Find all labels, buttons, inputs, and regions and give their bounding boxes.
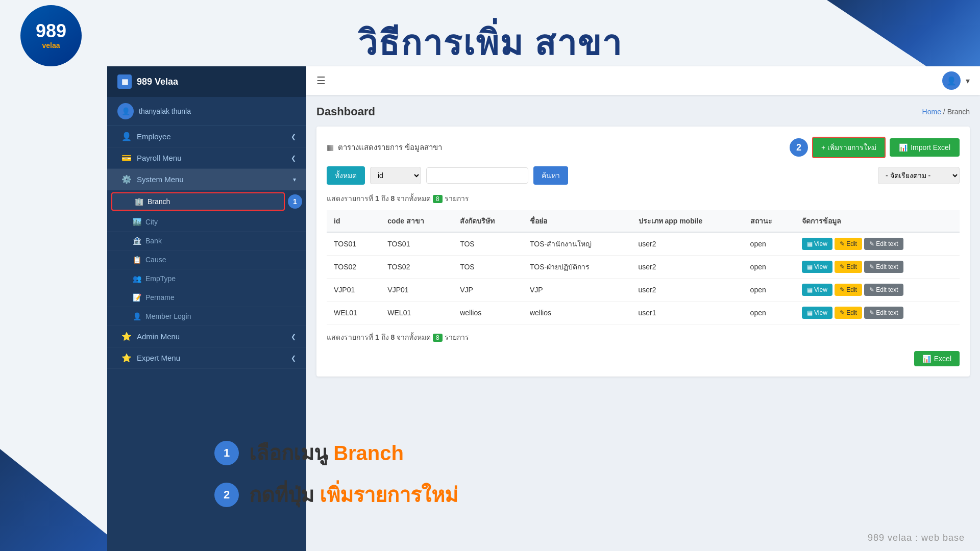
instr-text-1: เลือกเมนู Branch xyxy=(249,437,404,469)
view-button[interactable]: ▦ View xyxy=(802,261,832,273)
branch-icon: 🏢 xyxy=(135,197,143,206)
sidebar-item-city[interactable]: 🏙️ City xyxy=(107,213,306,232)
cell-status: open xyxy=(743,302,795,324)
sidebar-item-emptype-label: EmpType xyxy=(145,274,176,283)
sidebar-item-employee[interactable]: 👤 Employee ❮ xyxy=(107,126,306,147)
col-id: id xyxy=(327,210,380,232)
sidebar-item-admin-label: Admin Menu xyxy=(137,332,180,341)
edit-button[interactable]: ✎ Edit xyxy=(835,307,862,319)
view-button[interactable]: ▦ View xyxy=(802,284,832,296)
cell-status: open xyxy=(743,279,795,302)
col-apptype: ประเภท app mobile xyxy=(631,210,743,232)
action-buttons: ▦ View ✎ Edit ✎ Edit text xyxy=(802,307,952,319)
card-header: ▦ ตารางแสดงรายการ ข้อมูลสาขา 2 + เพิ่มรา… xyxy=(327,137,960,158)
result2-mid: ถึง xyxy=(381,333,391,341)
system-arrow: ▾ xyxy=(293,176,296,183)
edit-button[interactable]: ✎ Edit xyxy=(835,284,862,296)
sidebar-item-branch[interactable]: 🏢 Branch xyxy=(111,192,285,211)
watermark: 989 velaa : web base xyxy=(868,533,965,543)
result-unit: รายการ xyxy=(445,194,469,203)
topbar-right: 👤 ▾ xyxy=(942,71,970,90)
import-excel-button[interactable]: 📊 Import Excel xyxy=(890,138,960,157)
topbar-dropdown-arrow[interactable]: ▾ xyxy=(966,76,970,86)
result2-separator: จากทั้งหมด xyxy=(397,333,433,341)
hamburger-icon[interactable]: ☰ xyxy=(316,74,326,87)
page-header: Dashboard Home / Branch xyxy=(316,105,970,118)
card-title: ▦ ตารางแสดงรายการ ข้อมูลสาขา xyxy=(327,141,442,154)
instruction-1: 1 เลือกเมนู Branch xyxy=(214,437,980,469)
cell-status: open xyxy=(743,232,795,256)
pername-icon: 📝 xyxy=(133,293,141,302)
edit-button[interactable]: ✎ Edit xyxy=(835,238,862,250)
field-select[interactable]: id code name xyxy=(370,167,421,184)
cell-shortname: TOS-ฝ่ายปฏิบัติการ xyxy=(523,256,631,279)
instr-2-highlight: เพิ่มรายการใหม่ xyxy=(320,484,458,506)
cell-id: VJP01 xyxy=(327,279,380,302)
sidebar-item-bank[interactable]: 🏦 Bank xyxy=(107,232,306,251)
cell-actions: ▦ View ✎ Edit ✎ Edit text xyxy=(795,256,960,279)
cell-apptype: user2 xyxy=(631,256,743,279)
sidebar-item-pername[interactable]: 📝 Pername xyxy=(107,288,306,307)
edit-text-button[interactable]: ✎ Edit text xyxy=(864,261,903,273)
cell-company: VJP xyxy=(453,279,523,302)
sidebar-item-pername-label: Pername xyxy=(145,293,175,302)
table-header-row: id code สาขา สังกัดบริษัท ชื่อย่อ ประเภท… xyxy=(327,210,960,232)
topbar-user-button[interactable]: 👤 xyxy=(942,71,961,90)
breadcrumb-home[interactable]: Home xyxy=(922,108,941,116)
add-new-button[interactable]: + เพิ่มรายการใหม่ xyxy=(812,137,886,158)
result2-text-pre: แสดงรายการที่ xyxy=(327,333,373,341)
member-icon: 👤 xyxy=(133,312,141,320)
sidebar-item-member-login[interactable]: 👤 Member Login xyxy=(107,307,306,326)
import-excel-label: Import Excel xyxy=(911,143,950,152)
cell-shortname: wellios xyxy=(523,302,631,324)
view-button[interactable]: ▦ View xyxy=(802,238,832,250)
sidebar-item-cause[interactable]: 📋 Cause xyxy=(107,251,306,269)
instr-badge-2: 2 xyxy=(214,483,239,507)
view-button[interactable]: ▦ View xyxy=(802,307,832,319)
action-buttons: ▦ View ✎ Edit ✎ Edit text xyxy=(802,238,952,250)
cell-id: TOS02 xyxy=(327,256,380,279)
all-button[interactable]: ทั้งหมด xyxy=(327,166,365,185)
sidebar-item-admin[interactable]: ⭐ Admin Menu ❮ xyxy=(107,326,306,347)
sidebar-item-payroll-label: Payroll Menu xyxy=(137,154,182,162)
sort-select[interactable]: - จัดเรียงตาม - xyxy=(878,167,960,184)
expert-arrow: ❮ xyxy=(291,355,296,362)
col-code: code สาขา xyxy=(380,210,453,232)
result-text-pre: แสดงรายการที่ xyxy=(327,194,373,203)
cell-code: VJP01 xyxy=(380,279,453,302)
header-area: วิธีการเพิ่ม สาขา xyxy=(0,10,980,70)
sidebar-item-bank-label: Bank xyxy=(145,237,162,245)
sidebar-item-payroll[interactable]: 💳 Payroll Menu ❮ xyxy=(107,147,306,169)
sidebar-user: 👤 thanyalak thunla xyxy=(107,97,306,126)
search-button[interactable]: ค้นหา xyxy=(533,166,568,185)
edit-text-button[interactable]: ✎ Edit text xyxy=(864,238,903,250)
result-mid: ถึง xyxy=(381,194,389,203)
cell-company: TOS xyxy=(453,232,523,256)
result2-count-badge: 8 xyxy=(433,334,443,342)
result2-from: 1 xyxy=(375,333,379,341)
search-input[interactable] xyxy=(426,167,528,184)
step1-badge: 1 xyxy=(288,194,302,209)
sidebar-item-emptype[interactable]: 👥 EmpType xyxy=(107,269,306,288)
sidebar-item-expert[interactable]: ⭐ Expert Menu ❮ xyxy=(107,347,306,369)
sidebar-item-system[interactable]: ⚙️ System Menu ▾ xyxy=(107,169,306,190)
excel-export-label: Excel xyxy=(934,355,951,363)
instr-text-2: กดที่ปุ่ม เพิ่มรายการใหม่ xyxy=(249,479,458,511)
brand-name: 989 Velaa xyxy=(137,77,178,87)
cell-apptype: user2 xyxy=(631,279,743,302)
city-icon: 🏙️ xyxy=(133,218,141,226)
topbar: ☰ 👤 ▾ xyxy=(306,66,980,95)
edit-button[interactable]: ✎ Edit xyxy=(835,261,862,273)
page-content: Dashboard Home / Branch ▦ ตารางแสดงรายกา… xyxy=(306,95,980,387)
table-row: TOS01 TOS01 TOS TOS-สำนักงานใหญ่ user2 o… xyxy=(327,232,960,256)
cell-company: wellios xyxy=(453,302,523,324)
sidebar-item-member-label: Member Login xyxy=(145,312,191,320)
excel-export-button[interactable]: 📊 Excel xyxy=(914,351,960,366)
edit-text-button[interactable]: ✎ Edit text xyxy=(864,307,903,319)
system-icon: ⚙️ xyxy=(121,174,132,184)
breadcrumb-current: Branch xyxy=(947,108,970,116)
instr-1-highlight: Branch xyxy=(333,442,404,464)
instructions-section: 1 เลือกเมนู Branch 2 กดที่ปุ่ม เพิ่มรายก… xyxy=(214,437,980,520)
edit-text-button[interactable]: ✎ Edit text xyxy=(864,284,903,296)
user-avatar: 👤 xyxy=(117,103,134,119)
